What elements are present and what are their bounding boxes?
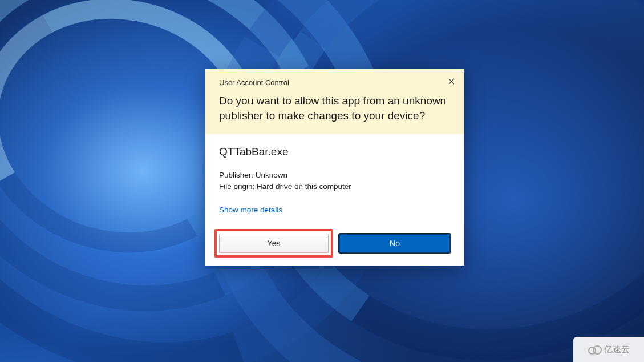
origin-label: File origin:	[219, 182, 254, 191]
dialog-footer: Yes No	[205, 229, 464, 266]
dialog-header: User Account Control Do you want to allo…	[205, 69, 464, 134]
dialog-heading: Do you want to allow this app from an un…	[219, 94, 451, 123]
watermark-text: 亿速云	[604, 344, 630, 355]
watermark: 亿速云	[573, 337, 644, 362]
show-more-details-link[interactable]: Show more details	[219, 206, 282, 214]
origin-line: File origin: Hard drive on this computer	[219, 181, 451, 192]
app-name: QTTabBar.exe	[219, 146, 451, 158]
yes-button[interactable]: Yes	[219, 234, 329, 253]
dialog-title: User Account Control	[219, 78, 451, 87]
uac-dialog: User Account Control Do you want to allo…	[205, 69, 464, 266]
publisher-label: Publisher:	[219, 171, 253, 179]
publisher-line: Publisher: Unknown	[219, 170, 451, 181]
publisher-value: Unknown	[256, 171, 287, 179]
origin-value: Hard drive on this computer	[257, 182, 351, 191]
dialog-body: QTTabBar.exe Publisher: Unknown File ori…	[205, 134, 464, 229]
close-icon[interactable]	[445, 75, 457, 87]
watermark-icon	[588, 345, 601, 353]
annotation-highlight: Yes	[214, 229, 333, 258]
no-button[interactable]: No	[339, 234, 451, 253]
